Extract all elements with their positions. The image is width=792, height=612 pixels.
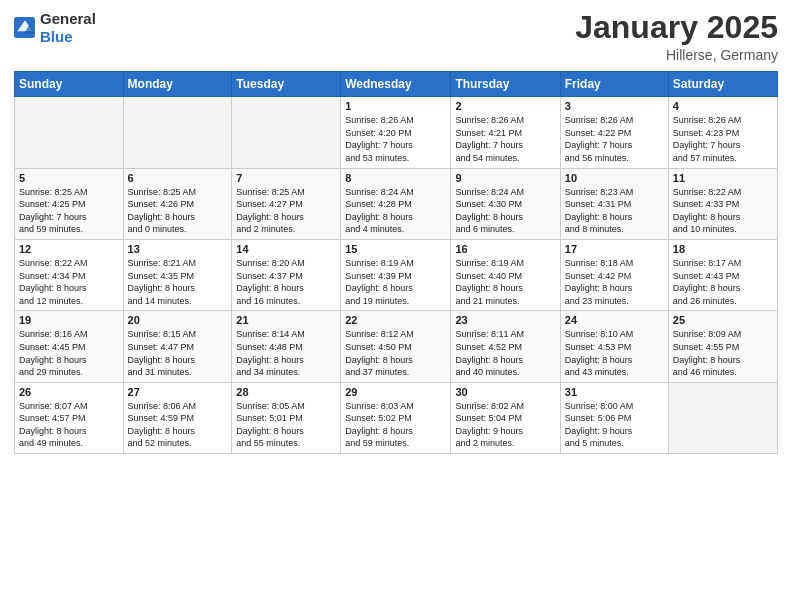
table-row: 8Sunrise: 8:24 AM Sunset: 4:28 PM Daylig… (341, 168, 451, 239)
day-info: Sunrise: 8:15 AM Sunset: 4:47 PM Dayligh… (128, 328, 228, 378)
table-row: 9Sunrise: 8:24 AM Sunset: 4:30 PM Daylig… (451, 168, 560, 239)
table-row: 20Sunrise: 8:15 AM Sunset: 4:47 PM Dayli… (123, 311, 232, 382)
day-number: 16 (455, 243, 555, 255)
day-number: 14 (236, 243, 336, 255)
table-row: 24Sunrise: 8:10 AM Sunset: 4:53 PM Dayli… (560, 311, 668, 382)
day-number: 19 (19, 314, 119, 326)
day-info: Sunrise: 8:07 AM Sunset: 4:57 PM Dayligh… (19, 400, 119, 450)
logo-general: General (40, 10, 96, 27)
day-number: 10 (565, 172, 664, 184)
table-row: 3Sunrise: 8:26 AM Sunset: 4:22 PM Daylig… (560, 97, 668, 168)
day-info: Sunrise: 8:25 AM Sunset: 4:27 PM Dayligh… (236, 186, 336, 236)
day-info: Sunrise: 8:25 AM Sunset: 4:25 PM Dayligh… (19, 186, 119, 236)
table-row: 16Sunrise: 8:19 AM Sunset: 4:40 PM Dayli… (451, 239, 560, 310)
day-number: 6 (128, 172, 228, 184)
table-row: 19Sunrise: 8:16 AM Sunset: 4:45 PM Dayli… (15, 311, 124, 382)
day-info: Sunrise: 8:10 AM Sunset: 4:53 PM Dayligh… (565, 328, 664, 378)
day-number: 11 (673, 172, 773, 184)
table-row (15, 97, 124, 168)
day-info: Sunrise: 8:11 AM Sunset: 4:52 PM Dayligh… (455, 328, 555, 378)
table-row: 4Sunrise: 8:26 AM Sunset: 4:23 PM Daylig… (668, 97, 777, 168)
day-number: 9 (455, 172, 555, 184)
day-info: Sunrise: 8:03 AM Sunset: 5:02 PM Dayligh… (345, 400, 446, 450)
calendar-week-row: 12Sunrise: 8:22 AM Sunset: 4:34 PM Dayli… (15, 239, 778, 310)
table-row (668, 382, 777, 453)
table-row: 23Sunrise: 8:11 AM Sunset: 4:52 PM Dayli… (451, 311, 560, 382)
day-info: Sunrise: 8:00 AM Sunset: 5:06 PM Dayligh… (565, 400, 664, 450)
weekday-header-row: Sunday Monday Tuesday Wednesday Thursday… (15, 72, 778, 97)
table-row: 1Sunrise: 8:26 AM Sunset: 4:20 PM Daylig… (341, 97, 451, 168)
day-info: Sunrise: 8:12 AM Sunset: 4:50 PM Dayligh… (345, 328, 446, 378)
table-row: 13Sunrise: 8:21 AM Sunset: 4:35 PM Dayli… (123, 239, 232, 310)
day-info: Sunrise: 8:19 AM Sunset: 4:39 PM Dayligh… (345, 257, 446, 307)
day-number: 29 (345, 386, 446, 398)
day-info: Sunrise: 8:19 AM Sunset: 4:40 PM Dayligh… (455, 257, 555, 307)
day-info: Sunrise: 8:25 AM Sunset: 4:26 PM Dayligh… (128, 186, 228, 236)
day-number: 27 (128, 386, 228, 398)
table-row: 5Sunrise: 8:25 AM Sunset: 4:25 PM Daylig… (15, 168, 124, 239)
day-number: 18 (673, 243, 773, 255)
header-tuesday: Tuesday (232, 72, 341, 97)
day-info: Sunrise: 8:26 AM Sunset: 4:22 PM Dayligh… (565, 114, 664, 164)
calendar-week-row: 5Sunrise: 8:25 AM Sunset: 4:25 PM Daylig… (15, 168, 778, 239)
header-wednesday: Wednesday (341, 72, 451, 97)
calendar-title: January 2025 (575, 10, 778, 45)
logo-icon (14, 17, 36, 39)
calendar-week-row: 19Sunrise: 8:16 AM Sunset: 4:45 PM Dayli… (15, 311, 778, 382)
table-row: 27Sunrise: 8:06 AM Sunset: 4:59 PM Dayli… (123, 382, 232, 453)
calendar-week-row: 1Sunrise: 8:26 AM Sunset: 4:20 PM Daylig… (15, 97, 778, 168)
table-row: 18Sunrise: 8:17 AM Sunset: 4:43 PM Dayli… (668, 239, 777, 310)
day-number: 25 (673, 314, 773, 326)
day-info: Sunrise: 8:22 AM Sunset: 4:34 PM Dayligh… (19, 257, 119, 307)
table-row: 10Sunrise: 8:23 AM Sunset: 4:31 PM Dayli… (560, 168, 668, 239)
header-monday: Monday (123, 72, 232, 97)
table-row: 29Sunrise: 8:03 AM Sunset: 5:02 PM Dayli… (341, 382, 451, 453)
day-info: Sunrise: 8:14 AM Sunset: 4:48 PM Dayligh… (236, 328, 336, 378)
day-number: 20 (128, 314, 228, 326)
logo-text: General Blue (40, 10, 96, 46)
day-number: 2 (455, 100, 555, 112)
calendar-week-row: 26Sunrise: 8:07 AM Sunset: 4:57 PM Dayli… (15, 382, 778, 453)
day-number: 12 (19, 243, 119, 255)
day-number: 13 (128, 243, 228, 255)
table-row: 7Sunrise: 8:25 AM Sunset: 4:27 PM Daylig… (232, 168, 341, 239)
day-number: 3 (565, 100, 664, 112)
header-thursday: Thursday (451, 72, 560, 97)
table-row: 28Sunrise: 8:05 AM Sunset: 5:01 PM Dayli… (232, 382, 341, 453)
table-row: 22Sunrise: 8:12 AM Sunset: 4:50 PM Dayli… (341, 311, 451, 382)
day-info: Sunrise: 8:20 AM Sunset: 4:37 PM Dayligh… (236, 257, 336, 307)
logo-blue: Blue (40, 28, 73, 45)
header: General Blue January 2025 Hillerse, Germ… (14, 10, 778, 63)
day-number: 24 (565, 314, 664, 326)
day-info: Sunrise: 8:26 AM Sunset: 4:23 PM Dayligh… (673, 114, 773, 164)
table-row: 30Sunrise: 8:02 AM Sunset: 5:04 PM Dayli… (451, 382, 560, 453)
day-info: Sunrise: 8:05 AM Sunset: 5:01 PM Dayligh… (236, 400, 336, 450)
table-row: 26Sunrise: 8:07 AM Sunset: 4:57 PM Dayli… (15, 382, 124, 453)
table-row: 15Sunrise: 8:19 AM Sunset: 4:39 PM Dayli… (341, 239, 451, 310)
day-number: 1 (345, 100, 446, 112)
table-row (123, 97, 232, 168)
day-number: 22 (345, 314, 446, 326)
table-row: 31Sunrise: 8:00 AM Sunset: 5:06 PM Dayli… (560, 382, 668, 453)
header-saturday: Saturday (668, 72, 777, 97)
day-number: 31 (565, 386, 664, 398)
day-info: Sunrise: 8:17 AM Sunset: 4:43 PM Dayligh… (673, 257, 773, 307)
day-number: 4 (673, 100, 773, 112)
table-row: 14Sunrise: 8:20 AM Sunset: 4:37 PM Dayli… (232, 239, 341, 310)
day-info: Sunrise: 8:06 AM Sunset: 4:59 PM Dayligh… (128, 400, 228, 450)
table-row: 11Sunrise: 8:22 AM Sunset: 4:33 PM Dayli… (668, 168, 777, 239)
day-info: Sunrise: 8:26 AM Sunset: 4:20 PM Dayligh… (345, 114, 446, 164)
day-info: Sunrise: 8:02 AM Sunset: 5:04 PM Dayligh… (455, 400, 555, 450)
day-number: 7 (236, 172, 336, 184)
day-number: 30 (455, 386, 555, 398)
calendar-table: Sunday Monday Tuesday Wednesday Thursday… (14, 71, 778, 454)
day-number: 15 (345, 243, 446, 255)
header-friday: Friday (560, 72, 668, 97)
day-info: Sunrise: 8:22 AM Sunset: 4:33 PM Dayligh… (673, 186, 773, 236)
table-row: 6Sunrise: 8:25 AM Sunset: 4:26 PM Daylig… (123, 168, 232, 239)
day-info: Sunrise: 8:23 AM Sunset: 4:31 PM Dayligh… (565, 186, 664, 236)
day-info: Sunrise: 8:24 AM Sunset: 4:30 PM Dayligh… (455, 186, 555, 236)
day-number: 5 (19, 172, 119, 184)
table-row: 21Sunrise: 8:14 AM Sunset: 4:48 PM Dayli… (232, 311, 341, 382)
table-row (232, 97, 341, 168)
